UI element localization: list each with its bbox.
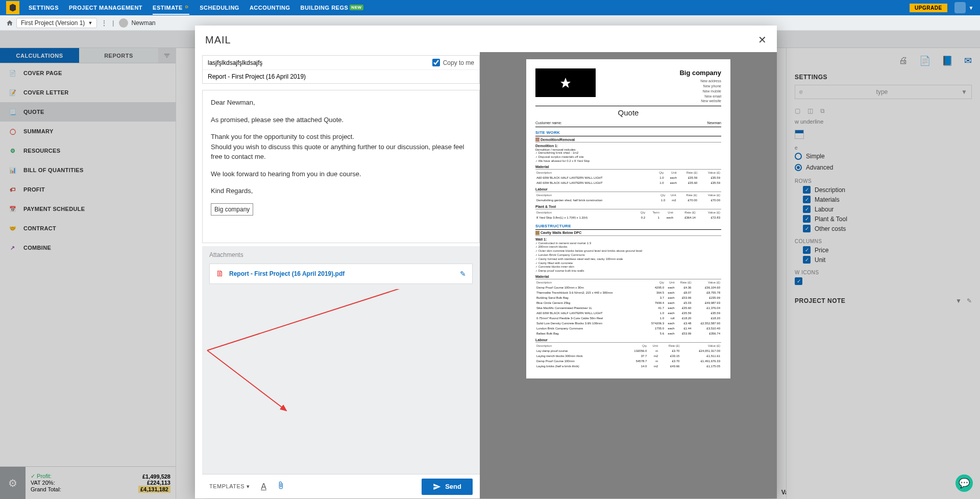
report-contract[interactable]: 🤝Contract bbox=[0, 219, 176, 238]
report-payment-schedule[interactable]: 📅Payment Schedule bbox=[0, 199, 176, 219]
table-style-icon[interactable] bbox=[795, 130, 804, 139]
mail-modal: MAIL ✕ Copy to me Dear Newman, As promis… bbox=[195, 26, 777, 498]
templates-dropdown[interactable]: TEMPLATES ▾ bbox=[209, 483, 250, 490]
report-profit[interactable]: 🏷Profit bbox=[0, 180, 176, 199]
nav-accounting[interactable]: ACCOUNTING bbox=[250, 2, 290, 14]
report-list: 📄Cover Page 📝Cover Letter 📃Quote ◯Summar… bbox=[0, 63, 176, 257]
user-avatar-icon[interactable] bbox=[954, 2, 966, 13]
type-dropdown[interactable]: e type▼ bbox=[795, 85, 972, 99]
report-quote[interactable]: 📃Quote bbox=[0, 102, 176, 122]
report-cover-page[interactable]: 📄Cover Page bbox=[0, 63, 176, 83]
row-other-costs-check[interactable]: ✓Other costs bbox=[795, 224, 972, 233]
report-combine[interactable]: ↗Combine bbox=[0, 238, 176, 257]
project-menu-icon[interactable]: ⋮ bbox=[101, 19, 107, 27]
report-summary[interactable]: ◯Summary bbox=[0, 122, 176, 141]
customer-name: Newman bbox=[131, 19, 155, 27]
upgrade-button[interactable]: UPGRADE bbox=[910, 4, 947, 12]
attachments-label: Attachments bbox=[209, 251, 473, 258]
report-cover-letter[interactable]: 📝Cover Letter bbox=[0, 83, 176, 102]
rows-group-label: Rows bbox=[795, 178, 972, 184]
svg-line-0 bbox=[207, 289, 414, 350]
help-chat-fab[interactable]: 💬 bbox=[955, 474, 973, 492]
col-price-check[interactable]: ✓Price bbox=[795, 245, 972, 255]
settings-panel: 🖨 📄 📘 ✉ Settings e type▼ ▢◫⧉ w underline… bbox=[786, 48, 980, 499]
svg-line-1 bbox=[207, 350, 286, 411]
preview-logo bbox=[535, 68, 596, 97]
pdf-file-icon: 🗎 bbox=[216, 269, 224, 278]
attachment-item[interactable]: 🗎 Report - First Project (16 April 2019)… bbox=[209, 264, 473, 284]
underline-label: w underline bbox=[795, 118, 972, 125]
settings-title: Settings bbox=[795, 74, 972, 81]
modal-title: MAIL bbox=[205, 34, 231, 46]
mode-advanced-radio[interactable]: Advanced bbox=[795, 162, 972, 173]
copy-to-me-label: Copy to me bbox=[443, 59, 474, 66]
row-labour-check[interactable]: ✓Labour bbox=[795, 204, 972, 214]
close-icon[interactable]: ✕ bbox=[758, 34, 767, 46]
totals-panel: ⚙ ✓ Profit:£1,499,528 VAT 20%:£224,113 G… bbox=[0, 466, 176, 499]
attach-file-icon[interactable] bbox=[277, 481, 285, 492]
row-description-check[interactable]: ✓Description bbox=[795, 185, 972, 195]
tab-calculations[interactable]: CALCULATIONS bbox=[0, 48, 79, 63]
send-button[interactable]: Send bbox=[422, 479, 473, 495]
text-format-icon[interactable]: A bbox=[261, 482, 266, 491]
email-body-editor[interactable]: Dear Newman, As promised, please see the… bbox=[202, 90, 480, 243]
recipient-input[interactable] bbox=[208, 59, 432, 66]
print-icon[interactable]: 🖨 bbox=[899, 55, 908, 66]
project-note-title: Project Note bbox=[795, 297, 845, 304]
edit-attachment-icon[interactable]: ✎ bbox=[460, 270, 466, 278]
tab-reports[interactable]: REPORTS bbox=[79, 48, 158, 63]
left-sidebar: CALCULATIONS REPORTS 📄Cover Page 📝Cover … bbox=[0, 48, 176, 499]
customer-avatar-icon bbox=[119, 18, 128, 28]
word-icon[interactable]: 📘 bbox=[942, 55, 953, 66]
user-menu-chevron-icon[interactable]: ▼ bbox=[969, 5, 974, 11]
copy-to-me-checkbox[interactable] bbox=[432, 59, 440, 66]
col-unit-check[interactable]: ✓Unit bbox=[795, 255, 972, 265]
row-plant-tool-check[interactable]: ✓Plant & Tool bbox=[795, 214, 972, 224]
icons-group-label: w Icons bbox=[795, 270, 972, 275]
row-materials-check[interactable]: ✓Materials bbox=[795, 195, 972, 204]
report-resources[interactable]: ⚙Resources bbox=[0, 141, 176, 160]
report-boq[interactable]: 📊Bill of Quantities bbox=[0, 160, 176, 180]
totals-settings-icon[interactable]: ⚙ bbox=[0, 467, 26, 499]
note-edit-icon[interactable]: ✎ bbox=[967, 297, 972, 304]
nav-settings[interactable]: SETTINGS bbox=[29, 2, 59, 14]
project-dropdown[interactable]: First Project (Version 1)▼ bbox=[16, 18, 97, 28]
nav-estimate[interactable]: ESTIMATED bbox=[153, 2, 189, 14]
attachments-section: Attachments 🗎 Report - First Project (16… bbox=[202, 246, 480, 289]
pdf-preview: Big company New addressNew phone New mob… bbox=[480, 52, 777, 498]
pdf-icon[interactable]: 📄 bbox=[919, 55, 930, 66]
filter-icon[interactable] bbox=[158, 48, 176, 63]
nav-scheduling[interactable]: SCHEDULING bbox=[200, 2, 239, 14]
note-expand-icon[interactable]: ▼ bbox=[955, 297, 962, 304]
mode-simple-radio[interactable]: Simple bbox=[795, 151, 972, 162]
home-icon bbox=[6, 19, 13, 27]
cols-group-label: Columns bbox=[795, 239, 972, 244]
email-icon[interactable]: ✉ bbox=[964, 55, 972, 66]
layout-tab-icons[interactable]: ▢◫⧉ bbox=[795, 107, 972, 114]
nav-project-management[interactable]: PROJECT MANAGEMENT bbox=[69, 2, 142, 14]
show-icons-check[interactable]: ✓ bbox=[795, 276, 972, 286]
subject-input[interactable] bbox=[208, 73, 474, 80]
top-navigation-bar: SETTINGS PROJECT MANAGEMENT ESTIMATED SC… bbox=[0, 0, 980, 15]
nav-building-regs[interactable]: BUILDING REGSNEW bbox=[300, 2, 363, 14]
app-logo[interactable] bbox=[6, 1, 19, 14]
